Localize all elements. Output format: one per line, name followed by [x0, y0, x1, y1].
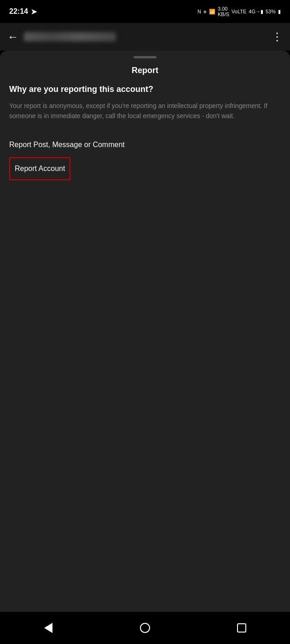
sheet-content: Why are you reporting this account? Your…	[0, 85, 290, 353]
nfc-icon: N	[197, 9, 201, 14]
report-question: Why are you reporting this account?	[9, 85, 281, 94]
clock: 22:14	[9, 7, 28, 16]
network-speed: 3.00KB/S	[218, 6, 229, 17]
report-bottom-sheet: Report Why are you reporting this accoun…	[0, 51, 290, 612]
recents-nav-button[interactable]	[230, 616, 253, 639]
status-icons: N ⎈ 📶 3.00KB/S VoLTE 4G→▮ 53% ▮	[197, 6, 281, 17]
lte-icon: VoLTE	[232, 9, 246, 14]
report-option-post[interactable]: Report Post, Message or Comment	[9, 134, 281, 155]
home-nav-button[interactable]	[133, 616, 157, 639]
location-icon: ➤	[31, 7, 37, 16]
sheet-handle	[133, 56, 157, 58]
network-bars: 4G→▮	[249, 9, 263, 15]
nav-bar: ← ⋮	[0, 23, 290, 51]
bluetooth-icon: ⎈	[203, 9, 207, 14]
square-icon	[237, 623, 246, 633]
back-arrow-icon[interactable]: ←	[7, 30, 18, 43]
triangle-icon	[44, 623, 52, 633]
sheet-handle-container	[0, 51, 290, 62]
signal-icon: 📶	[209, 9, 215, 15]
bottom-nav	[0, 612, 290, 644]
report-option-account[interactable]: Report Account	[9, 157, 70, 180]
more-options-icon[interactable]: ⋮	[272, 30, 283, 43]
battery-percent: 53%	[266, 9, 276, 14]
username-blurred	[24, 32, 116, 41]
status-time: 22:14 ➤	[9, 7, 37, 16]
status-bar: 22:14 ➤ N ⎈ 📶 3.00KB/S VoLTE 4G→▮ 53% ▮	[0, 0, 290, 23]
circle-icon	[140, 623, 150, 633]
back-nav-button[interactable]	[37, 616, 60, 639]
battery-icon: ▮	[278, 9, 281, 15]
report-description: Your report is anonymous, except if you'…	[9, 101, 281, 121]
sheet-title: Report	[0, 62, 290, 85]
